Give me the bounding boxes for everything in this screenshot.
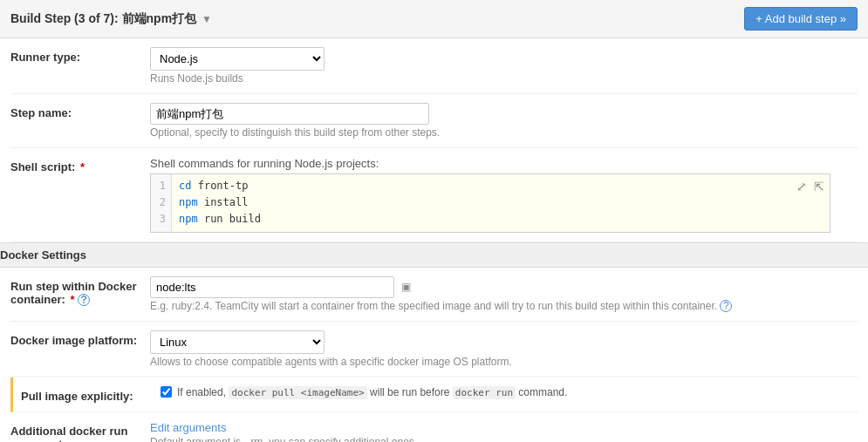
- step-name-row: Step name: Optional, specify to distingu…: [10, 94, 858, 148]
- breadcrumb-icon[interactable]: ▼: [202, 13, 212, 25]
- shell-script-label: Shell script: *: [10, 157, 150, 173]
- code-editor: ⤢ ⇱ 1 2 3 cd front-tp npm install npm ru…: [150, 173, 830, 233]
- required-marker2: *: [70, 293, 74, 306]
- additional-docker-hint1: Default argument is --rm, you can specif…: [150, 436, 858, 442]
- additional-docker-row: Additional docker run arguments: Edit ar…: [10, 412, 858, 442]
- additional-docker-content: Edit arguments Default argument is --rm,…: [150, 421, 858, 442]
- shell-script-content: Shell commands for running Node.js proje…: [150, 157, 858, 233]
- run-in-docker-label: Run step within Docker container: * ?: [10, 276, 150, 306]
- form-body: Runner type: Node.js Maven Gradle Runs N…: [0, 38, 868, 242]
- docker-platform-row: Docker image platform: Linux Windows Any…: [10, 322, 858, 377]
- code-content[interactable]: cd front-tp npm install npm run build: [172, 174, 830, 232]
- docker-input-row: ▣: [150, 276, 858, 298]
- pull-image-label: Pull image explicitly:: [21, 386, 161, 403]
- docker-platform-select[interactable]: Linux Windows Any: [150, 330, 325, 354]
- editor-toolbar: ⤢ ⇱: [795, 178, 826, 195]
- pull-image-inner: If enabled, docker pull <imageName> will…: [161, 386, 858, 398]
- pull-image-checkbox[interactable]: [161, 386, 172, 398]
- editor-expand-button[interactable]: ⤢: [795, 178, 809, 195]
- pull-image-row: Pull image explicitly: If enabled, docke…: [10, 377, 858, 412]
- docker-platform-content: Linux Windows Any Allows to choose compa…: [150, 330, 858, 368]
- docker-platform-label: Docker image platform:: [10, 330, 150, 347]
- pull-code-2: docker run: [453, 386, 516, 399]
- step-name-label: Step name:: [10, 103, 150, 119]
- additional-docker-label: Additional docker run arguments:: [10, 421, 150, 442]
- runner-type-select[interactable]: Node.js Maven Gradle: [150, 47, 325, 71]
- edit-arguments-link[interactable]: Edit arguments: [150, 421, 226, 434]
- page-header: Build Step (3 of 7): 前端npm打包 ▼ + Add bui…: [0, 0, 868, 38]
- add-build-step-button[interactable]: + Add build step »: [744, 7, 858, 31]
- run-in-docker-hint: E.g. ruby:2.4. TeamCity will start a con…: [150, 300, 858, 312]
- code-line-2: npm install: [179, 194, 823, 211]
- line-num-2: 2: [156, 194, 166, 211]
- docker-image-input[interactable]: [150, 276, 394, 298]
- step-name-input[interactable]: [150, 103, 429, 125]
- docker-form-body: Run step within Docker container: * ? ▣ …: [0, 268, 868, 442]
- docker-platform-hint: Allows to choose compatible agents with …: [150, 356, 858, 368]
- code-editor-inner: 1 2 3 cd front-tp npm install npm run bu…: [151, 174, 830, 232]
- docker-input-icon: ▣: [401, 281, 411, 293]
- line-numbers: 1 2 3: [151, 174, 172, 232]
- pull-image-content: If enabled, docker pull <imageName> will…: [161, 386, 858, 398]
- runner-type-content: Node.js Maven Gradle Runs Node.js builds: [150, 47, 858, 85]
- run-in-docker-hint-help-icon[interactable]: ?: [720, 300, 732, 312]
- line-num-1: 1: [156, 178, 166, 194]
- run-in-docker-content: ▣ E.g. ruby:2.4. TeamCity will start a c…: [150, 276, 858, 312]
- runner-type-row: Runner type: Node.js Maven Gradle Runs N…: [10, 38, 858, 94]
- run-in-docker-row: Run step within Docker container: * ? ▣ …: [10, 268, 858, 322]
- step-name-hint: Optional, specify to distinguish this bu…: [150, 126, 858, 139]
- page-title: Build Step (3 of 7): 前端npm打包 ▼: [10, 11, 212, 27]
- shell-script-sublabel: Shell commands for running Node.js proje…: [150, 157, 858, 170]
- editor-fullscreen-button[interactable]: ⇱: [812, 178, 826, 195]
- pull-image-hint: If enabled, docker pull <imageName> will…: [177, 386, 567, 398]
- required-marker: *: [77, 160, 85, 173]
- code-line-3: npm run build: [179, 211, 823, 228]
- code-line-1: cd front-tp: [179, 178, 823, 194]
- run-in-docker-help-icon[interactable]: ?: [78, 294, 90, 306]
- line-num-3: 3: [156, 211, 166, 228]
- runner-type-label: Runner type:: [10, 47, 150, 64]
- runner-type-hint: Runs Node.js builds: [150, 72, 858, 85]
- step-name-content: Optional, specify to distinguish this bu…: [150, 103, 858, 139]
- pull-code-1: docker pull <imageName>: [229, 386, 366, 399]
- shell-script-row: Shell script: * Shell commands for runni…: [10, 148, 858, 242]
- docker-settings-section: Docker Settings: [0, 242, 868, 268]
- title-text: Build Step (3 of 7): 前端npm打包: [10, 11, 196, 27]
